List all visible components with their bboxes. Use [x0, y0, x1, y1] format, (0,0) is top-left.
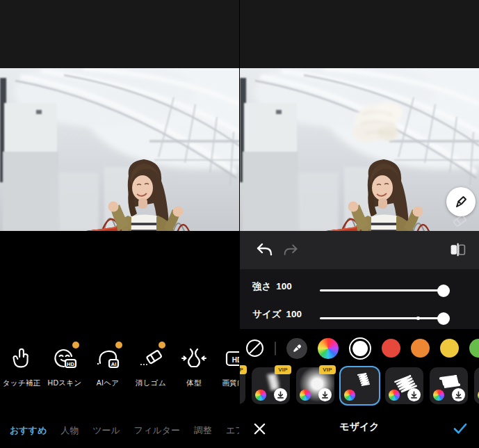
hd-quality-icon: HD: [223, 344, 239, 372]
size-label: サイズ: [252, 309, 281, 319]
size-slider-thumb[interactable]: [437, 312, 450, 325]
brush-scribble-selected[interactable]: [341, 367, 379, 404]
download-icon[interactable]: [318, 388, 332, 401]
brush-tile-offscreen-right[interactable]: [474, 367, 479, 404]
brush-blur-scribble[interactable]: VIP: [252, 367, 290, 404]
strength-slider[interactable]: [320, 289, 444, 291]
vip-badge: VIP: [240, 365, 247, 374]
redo-button[interactable]: [283, 242, 299, 258]
mosaic-brush-list: VIP VIP: [240, 367, 479, 409]
tab-adjust[interactable]: 調整: [194, 424, 212, 437]
tool-label: 体型: [186, 378, 202, 388]
pen-icon: [453, 193, 469, 210]
new-badge-dot: [115, 342, 122, 349]
vip-badge: VIP: [319, 365, 336, 374]
ai-hair-icon: AI: [94, 344, 122, 372]
download-icon[interactable]: [452, 388, 465, 401]
top-letterbox: [0, 0, 239, 68]
history-bar: [240, 231, 479, 269]
undo-button[interactable]: [255, 241, 273, 259]
new-badge-dot: [159, 342, 165, 349]
size-default-tick: [416, 317, 420, 320]
color-wheel-button[interactable]: [318, 338, 339, 359]
touch-hand-icon: [8, 345, 35, 371]
vip-badge: VIP: [275, 365, 291, 374]
brush-thick-scribble[interactable]: [430, 367, 468, 404]
brush-color-wheel-icon: [389, 390, 400, 401]
swatch-yellow[interactable]: [440, 339, 459, 358]
size-value: 100: [286, 309, 302, 319]
tool-ai-hair[interactable]: AI AIヘア: [86, 343, 129, 388]
brush-color-wheel-icon: [344, 390, 355, 401]
eraser-tool-button[interactable]: [450, 211, 469, 230]
download-icon[interactable]: [407, 388, 421, 401]
svg-text:AI: AI: [111, 361, 117, 367]
color-picker-row: [240, 329, 479, 367]
swatch-red[interactable]: [382, 339, 400, 358]
brush-dense-scribble[interactable]: [385, 367, 423, 404]
brush-soft-blur[interactable]: VIP: [296, 367, 334, 404]
tab-person[interactable]: 人物: [60, 424, 79, 437]
no-color-button[interactable]: [245, 339, 264, 358]
photo-editor-screen: タッチ補正 HD HDスキン: [0, 0, 479, 448]
compare-button[interactable]: [449, 241, 466, 259]
tool-label: タッチ補正: [3, 378, 41, 388]
mosaic-edit-panel: 強さ100 サイズ100: [240, 0, 479, 448]
brush-tile-offscreen[interactable]: VIP: [240, 367, 245, 404]
panel-title: モザイク: [240, 421, 479, 433]
before-after-compare-icon: [449, 241, 466, 259]
confirm-button[interactable]: [451, 419, 469, 438]
download-icon[interactable]: [274, 388, 287, 401]
new-badge-dot: [72, 342, 79, 349]
size-slider-row: サイズ100: [240, 304, 479, 325]
eyedropper-icon: [291, 342, 303, 355]
tool-label: HDスキン: [48, 378, 82, 388]
strength-slider-row: 強さ100: [240, 276, 479, 297]
category-tabs: おすすめ 人物 ツール フィルター 調整 エフェクト: [0, 420, 239, 441]
tool-eraser[interactable]: 消しゴム: [129, 343, 172, 388]
tab-filter[interactable]: フィルター: [134, 424, 180, 437]
brush-settings-panel: 強さ100 サイズ100: [240, 269, 479, 329]
brush-color-wheel-icon: [300, 390, 311, 401]
tab-recommended[interactable]: おすすめ: [10, 424, 47, 437]
brush-color-wheel-icon: [255, 390, 266, 401]
strength-value: 100: [276, 281, 292, 291]
photo-after[interactable]: [240, 68, 479, 231]
tab-effects[interactable]: エフェクト: [226, 424, 239, 437]
divider: [275, 342, 276, 355]
checkmark-icon: [452, 420, 469, 437]
strength-slider-thumb[interactable]: [437, 285, 450, 297]
tool-label: AIヘア: [97, 378, 120, 388]
eyedropper-button[interactable]: [286, 338, 307, 359]
eraser-icon: [137, 344, 165, 372]
undo-icon: [255, 241, 273, 259]
tool-touch-retouch[interactable]: タッチ補正: [0, 343, 43, 388]
photo-before: [0, 68, 239, 231]
swatch-orange[interactable]: [411, 339, 430, 358]
body-shape-icon: [180, 344, 208, 372]
swatch-white-selected[interactable]: [349, 337, 371, 360]
tool-body-shape[interactable]: 体型: [172, 343, 216, 388]
hd-skin-face-icon: HD: [51, 344, 79, 372]
swatch-green[interactable]: [469, 339, 479, 358]
size-slider[interactable]: [320, 317, 444, 319]
tool-label: 画質向上: [222, 378, 239, 388]
tools-row: タッチ補正 HD HDスキン: [0, 343, 239, 388]
tool-hd-skin[interactable]: HD HDスキン: [43, 343, 86, 388]
strength-label: 強さ: [252, 281, 271, 291]
tab-tools[interactable]: ツール: [92, 424, 120, 437]
top-letterbox: [240, 0, 479, 68]
brush-color-wheel-icon: [433, 390, 444, 401]
before-edit-panel: タッチ補正 HD HDスキン: [0, 0, 239, 448]
tool-hd-quality[interactable]: HD 画質向上: [216, 343, 239, 388]
mosaic-footer-bar: モザイク: [240, 412, 479, 448]
redo-icon: [283, 242, 299, 258]
svg-text:HD: HD: [232, 356, 239, 364]
tool-label: 消しゴム: [136, 378, 166, 388]
svg-text:HD: HD: [67, 361, 74, 367]
